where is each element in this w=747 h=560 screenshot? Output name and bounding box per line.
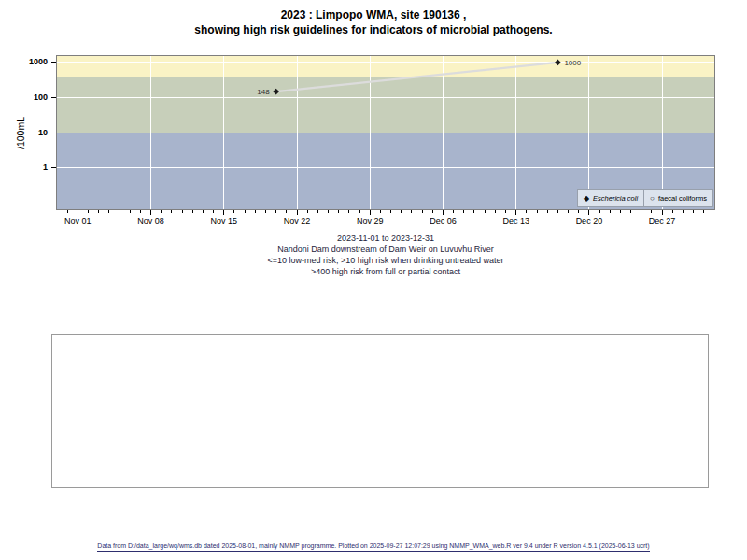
x-axis-minor-tick [693,210,694,213]
x-axis-minor-tick [255,210,256,213]
x-axis-minor-tick [338,210,339,213]
x-axis-major-tick [150,210,151,215]
x-axis-minor-tick [161,210,162,213]
x-axis-minor-tick [390,210,391,213]
y-axis-tick [51,97,56,98]
x-axis-minor-tick [67,210,68,213]
x-axis-minor-tick [422,210,423,213]
x-axis-minor-tick [610,210,611,213]
data-point-label: 148 [257,88,270,96]
x-axis-minor-tick [453,210,454,213]
x-axis-minor-tick [568,210,569,213]
x-axis-minor-tick [526,210,527,213]
x-axis-tick-label: Dec 27 [639,217,685,226]
open-circle-icon: ○ [650,195,655,203]
x-axis-minor-tick [505,210,506,213]
x-axis-minor-tick [495,210,496,213]
x-axis-minor-tick [547,210,548,213]
plot-area: 1481000 ◆ Eschericia coli ○ faecal colif… [56,55,715,210]
x-axis-minor-tick [683,210,684,213]
legend-label-faecal-coliforms: faecal coliforms [658,194,707,203]
x-axis-minor-tick [557,210,558,213]
x-axis-tick-label: Dec 20 [566,217,613,226]
x-axis-minor-tick [307,210,308,213]
x-axis-minor-tick [245,210,246,213]
x-axis-minor-tick [485,210,486,213]
x-axis-minor-tick [401,210,402,213]
x-axis-minor-tick [265,210,266,213]
x-axis-minor-tick [98,210,99,213]
x-axis-minor-tick [703,210,704,213]
x-axis-major-tick [443,210,444,215]
x-axis-tick-label: Nov 15 [201,217,247,226]
x-axis-minor-tick [88,210,89,213]
x-axis-minor-tick [182,210,183,213]
footer-text: Data from D:/data_large/wq/wms.db dated … [97,542,649,552]
legend-item-eschericia-coli: ◆ Eschericia coli [577,189,644,207]
x-axis-minor-tick [286,210,287,213]
x-axis-minor-tick [108,210,109,213]
x-axis-minor-tick [672,210,673,213]
y-axis-tick-label: 1000 [0,57,48,66]
x-axis-minor-tick [537,210,538,213]
empty-panel [51,334,709,488]
x-axis-minor-tick [432,210,433,213]
y-axis-tick-label: 1 [0,162,48,172]
x-axis-major-tick [662,210,663,215]
x-axis-minor-tick [233,210,234,213]
x-axis-minor-tick [192,210,193,213]
x-axis-tick-label: Nov 08 [128,217,175,226]
subtitle-date-range: 2023-11-01 to 2023-12-31 [56,232,715,244]
legend: ◆ Eschericia coli ○ faecal coliforms [577,189,713,207]
chart-page: 2023 : Limpopo WMA, site 190136 , showin… [0,0,747,560]
chart-title-line1: 2023 : Limpopo WMA, site 190136 , [0,7,747,22]
x-axis-minor-tick [578,210,579,213]
x-axis-minor-tick [411,210,412,213]
y-axis-tick [51,167,56,168]
x-axis-minor-tick [120,210,120,213]
y-axis-tick-label: 10 [0,128,48,137]
chart-title: 2023 : Limpopo WMA, site 190136 , showin… [0,7,747,37]
x-axis-tick-label: Nov 22 [274,217,320,226]
x-axis-minor-tick [171,210,172,213]
series-line-eschericia-coli [276,63,558,91]
x-axis-minor-tick [599,210,600,213]
x-axis-minor-tick [348,210,349,213]
plot-clip: 1481000 [57,56,714,209]
legend-label-eschericia-coli: Eschericia coli [593,194,638,203]
x-axis-tick-label: Dec 06 [419,217,466,226]
filled-diamond-icon: ◆ [584,195,589,203]
x-axis-minor-tick [359,210,360,213]
data-point-label: 1000 [564,59,581,67]
x-axis-major-tick [223,210,224,215]
x-axis-minor-tick [275,210,276,213]
x-axis-minor-tick [641,210,641,213]
y-axis-tick-label: 100 [0,92,48,102]
x-axis-minor-tick [463,210,464,213]
plot-inner: 1481000 ◆ Eschericia coli ○ faecal colif… [57,56,714,209]
x-axis-minor-tick [130,210,131,213]
subtitle-risk-guideline-1: <=10 low-med risk; >10 high risk when dr… [56,255,715,266]
x-axis-minor-tick [620,210,621,213]
x-axis-major-tick [297,210,298,215]
x-axis-minor-tick [380,210,381,213]
x-axis-major-tick [588,210,589,215]
x-axis-tick-label: Nov 29 [346,217,393,226]
x-axis-minor-tick [140,210,141,213]
x-axis-minor-tick [473,210,474,213]
data-point-marker [555,60,561,66]
footer-note: Data from D:/data_large/wq/wms.db dated … [0,542,747,552]
x-axis-minor-tick [203,210,204,213]
data-point-marker [273,89,279,95]
x-axis-major-tick [370,210,371,215]
data-series-layer: 1481000 [57,56,714,209]
x-axis-major-tick [515,210,516,215]
x-axis-minor-tick [651,210,652,213]
chart-title-line2: showing high risk guidelines for indicat… [0,22,747,37]
x-axis-tick-label: Nov 01 [54,217,101,226]
y-axis-tick [51,62,56,63]
x-axis-minor-tick [328,210,329,213]
y-axis-tick [51,133,56,133]
subtitle-site-description: Nandoni Dam downstream of Dam Weir on Lu… [56,244,715,255]
x-axis-minor-tick [317,210,318,213]
